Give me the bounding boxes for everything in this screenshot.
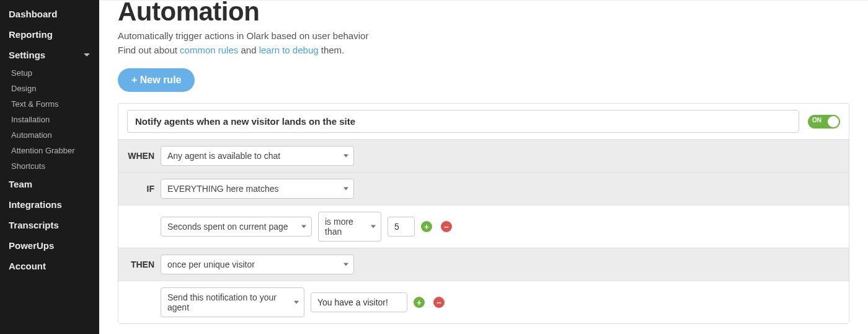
- sidebar-item-automation[interactable]: Automation: [0, 127, 99, 143]
- sidebar-item-integrations[interactable]: Integrations: [0, 194, 99, 215]
- chevron-down-icon: [301, 225, 306, 228]
- then-label: THEN: [127, 260, 154, 269]
- select-value: once per unique visitor: [167, 260, 255, 269]
- sidebar-label: PowerUps: [9, 240, 54, 251]
- remove-action-button[interactable]: −: [433, 297, 445, 308]
- subtitle-text: them.: [321, 45, 345, 55]
- sidebar-item-text-forms[interactable]: Text & Forms: [0, 96, 99, 112]
- sidebar-item-attention-grabber[interactable]: Attention Grabber: [0, 143, 99, 158]
- condition-value-input[interactable]: [388, 217, 415, 237]
- then-frequency-select[interactable]: once per unique visitor: [161, 255, 354, 274]
- sidebar: Dashboard Reporting Settings Setup Desig…: [0, 0, 99, 334]
- chevron-down-icon: [343, 263, 348, 266]
- rule-header: ON: [118, 104, 849, 139]
- sidebar-label: Settings: [9, 50, 45, 60]
- minus-icon: −: [436, 298, 441, 307]
- sidebar-label: Team: [9, 179, 32, 189]
- rule-title-input[interactable]: [127, 110, 799, 133]
- condition-field-select[interactable]: Seconds spent on current page: [161, 217, 312, 237]
- sidebar-label: Automation: [11, 130, 52, 140]
- sidebar-label: Design: [11, 84, 36, 93]
- then-block: THEN once per unique visitor: [118, 248, 849, 281]
- sidebar-label: Dashboard: [9, 9, 57, 19]
- sidebar-item-design[interactable]: Design: [0, 81, 99, 96]
- subtitle-line1: Automatically trigger actions in Olark b…: [118, 30, 368, 41]
- if-label: IF: [127, 184, 154, 194]
- sidebar-item-powerups[interactable]: PowerUps: [0, 235, 99, 256]
- main-content: Automation Automatically trigger actions…: [99, 0, 868, 334]
- subtitle-text: and: [241, 45, 259, 55]
- when-select[interactable]: Any agent is available to chat: [161, 146, 354, 166]
- select-value: Any agent is available to chat: [167, 151, 280, 161]
- sidebar-item-reporting[interactable]: Reporting: [0, 24, 99, 45]
- if-block: IF EVERYTHING here matches: [118, 172, 849, 205]
- when-block: WHEN Any agent is available to chat: [118, 139, 849, 172]
- then-message-input[interactable]: [311, 292, 407, 312]
- if-condition-row: Seconds spent on current page is more th…: [118, 205, 849, 248]
- sidebar-label: Integrations: [9, 199, 62, 210]
- chevron-down-icon: [83, 50, 91, 60]
- toggle-knob: [828, 116, 839, 127]
- select-value: Send this notification to your agent: [167, 292, 286, 312]
- sidebar-label: Setup: [11, 68, 32, 78]
- sidebar-label: Attention Grabber: [11, 146, 75, 155]
- sidebar-label: Shortcuts: [11, 161, 45, 171]
- new-rule-button[interactable]: + New rule: [118, 68, 195, 92]
- add-condition-button[interactable]: +: [421, 221, 432, 232]
- link-common-rules[interactable]: common rules: [180, 45, 238, 55]
- sidebar-item-transcripts[interactable]: Transcripts: [0, 215, 99, 235]
- select-value: is more than: [325, 217, 363, 237]
- sidebar-label: Text & Forms: [11, 99, 59, 109]
- minus-icon: −: [444, 222, 449, 232]
- sidebar-label: Account: [9, 261, 46, 271]
- plus-icon: +: [417, 298, 422, 307]
- sidebar-label: Reporting: [9, 29, 53, 40]
- toggle-label: ON: [812, 117, 822, 124]
- chevron-down-icon: [294, 301, 299, 304]
- sidebar-label: Installation: [11, 115, 50, 124]
- then-action-select[interactable]: Send this notification to your agent: [161, 287, 304, 317]
- sidebar-item-dashboard[interactable]: Dashboard: [0, 4, 99, 24]
- sidebar-item-team[interactable]: Team: [0, 174, 99, 194]
- page-subtitle: Automatically trigger actions in Olark b…: [118, 29, 849, 57]
- when-label: WHEN: [127, 151, 154, 161]
- sidebar-item-shortcuts[interactable]: Shortcuts: [0, 158, 99, 174]
- chevron-down-icon: [343, 155, 348, 158]
- plus-icon: +: [424, 222, 429, 232]
- rule-card: ON WHEN Any agent is available to chat I…: [118, 103, 849, 324]
- sidebar-item-setup[interactable]: Setup: [0, 65, 99, 81]
- select-value: EVERYTHING here matches: [167, 184, 278, 194]
- rule-toggle[interactable]: ON: [808, 115, 840, 129]
- chevron-down-icon: [371, 225, 376, 228]
- if-match-select[interactable]: EVERYTHING here matches: [161, 179, 354, 199]
- sidebar-item-settings[interactable]: Settings: [0, 45, 99, 65]
- condition-operator-select[interactable]: is more than: [318, 212, 381, 241]
- sidebar-item-installation[interactable]: Installation: [0, 112, 99, 127]
- select-value: Seconds spent on current page: [167, 222, 288, 232]
- sidebar-item-account[interactable]: Account: [0, 256, 99, 276]
- sidebar-label: Transcripts: [9, 220, 59, 230]
- chevron-down-icon: [343, 187, 348, 191]
- then-action-row: Send this notification to your agent + −: [118, 281, 849, 323]
- subtitle-text: Find out about: [118, 45, 180, 55]
- page-title: Automation: [118, 0, 849, 27]
- remove-condition-button[interactable]: −: [441, 221, 452, 232]
- link-learn-debug[interactable]: learn to debug: [259, 45, 319, 55]
- add-action-button[interactable]: +: [414, 297, 425, 308]
